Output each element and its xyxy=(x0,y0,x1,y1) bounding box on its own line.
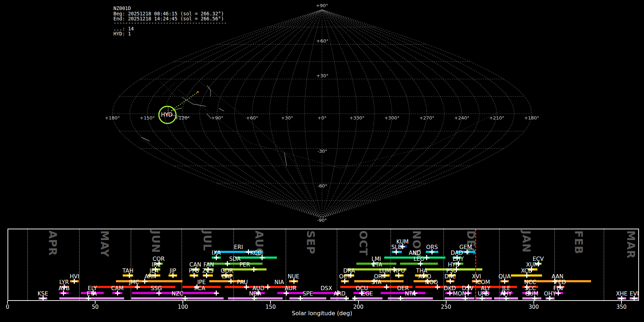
shower-ard-label: ARD xyxy=(328,291,351,297)
x-tick xyxy=(7,301,8,304)
shower-ssg-label: SSG xyxy=(145,286,168,291)
current-sol-line xyxy=(475,229,476,300)
shower-gem-label: GEM xyxy=(454,244,477,250)
shower-and-label: AND xyxy=(403,250,426,256)
x-tick xyxy=(182,301,183,304)
month-label-jul: JUL xyxy=(202,230,213,251)
shower-aur-peak-marker xyxy=(284,293,289,294)
shower-xcb-peak-marker xyxy=(525,275,530,276)
shower-gdr-label: GDR xyxy=(215,268,238,274)
shower-xum-label: XUM xyxy=(521,262,544,268)
shower-pps-peak-marker xyxy=(191,275,196,276)
shower-eta-label: ETA xyxy=(80,291,103,297)
longitude-label: +270° xyxy=(419,115,434,121)
x-tick xyxy=(270,301,271,304)
meteor-trail xyxy=(219,108,224,111)
x-axis-title: Solar longitude (deg) xyxy=(268,310,376,317)
x-tick-label: 100 xyxy=(174,304,192,310)
shower-ncc-label: NCC xyxy=(519,279,542,285)
radiant-label: HYD xyxy=(161,112,172,118)
shower-pau-label: PAU xyxy=(231,279,254,285)
shower-noo-label: NOO xyxy=(420,279,443,285)
x-tick xyxy=(95,301,96,304)
shower-dpc-peak-marker xyxy=(448,281,453,282)
shower-sld-peak-marker xyxy=(394,252,399,253)
longitude-label: +240° xyxy=(454,115,469,121)
latitude-label: +30° xyxy=(316,73,328,78)
latitude-label: +60° xyxy=(316,38,328,44)
shower-mon-bar xyxy=(445,297,474,299)
radiant-map-app: HYD+90°-90°+180°+150°+120°+90°+60°+30°+0… xyxy=(0,0,644,322)
shower-qua-peak-marker xyxy=(502,281,507,282)
meteor-trail xyxy=(207,86,211,96)
longitude-label: +180° xyxy=(105,115,120,121)
shower-nta-peak-marker xyxy=(398,298,403,299)
longitude-label: +210° xyxy=(489,115,504,121)
shower-ari-label: ARI xyxy=(138,274,161,279)
shower-cap-label: CAP xyxy=(216,274,239,279)
shower-lmi-label: LMI xyxy=(365,256,388,262)
shower-dra-label: DRA xyxy=(338,268,361,274)
shower-jmc-label: JMC xyxy=(123,279,146,285)
month-label-jan: JAN xyxy=(521,230,532,253)
month-label-oct: OCT xyxy=(358,230,369,256)
month-boundary-may xyxy=(79,229,80,300)
shower-sta-peak-marker xyxy=(384,287,389,288)
x-tick-label: 350 xyxy=(613,304,630,310)
shower-eri-label: ERI xyxy=(227,244,250,250)
shower-ege-peak-marker xyxy=(352,298,357,299)
longitude-label: +180° xyxy=(524,115,539,121)
drift-end-dot xyxy=(197,91,199,93)
graticule-line xyxy=(112,10,322,218)
shower-kcg-peak-marker xyxy=(260,257,265,258)
faint-sky-curve xyxy=(200,82,317,213)
shower-ipe-label: IPE xyxy=(190,279,213,285)
pole-label-south: -90° xyxy=(317,218,327,223)
shower-ixa-peak-marker xyxy=(214,257,219,258)
x-tick xyxy=(446,301,447,304)
graticule-line xyxy=(270,10,322,218)
shower-leo-label: LEO xyxy=(408,256,430,262)
month-boundary-jul xyxy=(181,229,182,300)
month-label-may: MAY xyxy=(99,230,110,257)
shower-zcs-peak-marker xyxy=(204,275,209,276)
month-label-sep: SEP xyxy=(305,230,316,254)
meteor-trail xyxy=(142,137,150,141)
shower-ori-label: ORI xyxy=(367,274,390,279)
shower-pca-label: PCA xyxy=(188,286,211,291)
shower-nue-peak-marker xyxy=(291,281,296,282)
meteor-trail xyxy=(182,97,206,106)
shower-nda-label: NDA xyxy=(244,291,267,297)
shower-aan-label: AAN xyxy=(546,274,569,279)
meteor-trail xyxy=(207,114,211,118)
shower-kcg-label: KCG xyxy=(245,250,268,256)
x-tick xyxy=(533,301,534,304)
x-tick xyxy=(358,301,359,304)
shower-eta-peak-marker xyxy=(86,298,91,299)
longitude-label: +330° xyxy=(350,115,365,121)
shower-avb-peak-marker xyxy=(61,293,66,294)
x-tick-label: 300 xyxy=(525,304,543,310)
longitude-label: +120° xyxy=(175,115,190,121)
faint-meteor-trail xyxy=(160,82,175,97)
shower-ors-peak-marker xyxy=(429,252,434,253)
x-tick-label: 0 xyxy=(0,304,16,310)
shower-pca-peak-marker xyxy=(214,293,219,294)
month-label-mar: MAR xyxy=(625,230,636,259)
shower-kse-peak-marker xyxy=(40,298,45,299)
shower-ege-label: EGE xyxy=(356,291,379,297)
graticule-line xyxy=(182,10,322,218)
count-hyd: HYD: 1 xyxy=(113,31,131,36)
activity-timeline-chart: APRMAYJUNJULAUGSEPOCTNOVDECJANFEBMARKUME… xyxy=(8,229,639,301)
graticule-line xyxy=(322,10,375,218)
shower-sta-label: STA xyxy=(365,279,388,285)
shower-fan-label: FAN xyxy=(197,262,220,268)
faint-sky-curve xyxy=(179,90,501,168)
shower-spe-peak-marker xyxy=(298,298,303,299)
shower-hyd-label: HYD xyxy=(442,262,465,268)
shower-gum-peak-marker xyxy=(532,298,537,299)
radiant-drift-track xyxy=(171,93,197,111)
shower-jmc-peak-marker xyxy=(135,287,140,288)
shower-leo-peak-marker xyxy=(418,263,423,264)
month-boundary-jun xyxy=(131,229,131,300)
